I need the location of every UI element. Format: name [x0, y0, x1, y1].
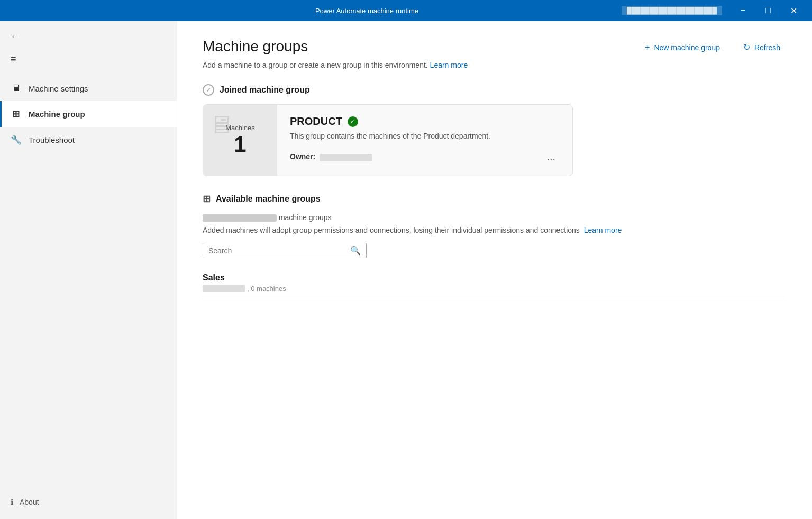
- sidebar-bottom: ℹ About: [0, 485, 177, 519]
- sidebar: ← ≡ 🖥 Machine settings ⊞ Machine group 🔧…: [0, 21, 177, 519]
- list-item[interactable]: Sales , 0 machines: [203, 267, 787, 299]
- plus-icon: +: [645, 43, 650, 52]
- group-meta: , 0 machines: [203, 285, 787, 293]
- about-button[interactable]: ℹ About: [11, 494, 166, 511]
- hamburger-icon: ≡: [11, 54, 16, 65]
- titlebar-user: ████████████████████: [622, 6, 722, 15]
- card-description: This group contains the machines of the …: [290, 132, 560, 140]
- page-header: Machine groups + New machine group ↻ Ref…: [203, 38, 787, 57]
- sidebar-nav: 🖥 Machine settings ⊞ Machine group 🔧 Tro…: [0, 76, 177, 485]
- card-owner-row: Owner: ...: [290, 149, 560, 165]
- sidebar-item-troubleshoot[interactable]: 🔧 Troubleshoot: [0, 127, 177, 153]
- joined-heading-label: Joined machine group: [220, 85, 310, 95]
- machines-count: 1: [234, 132, 246, 157]
- titlebar: Power Automate machine runtime █████████…: [0, 0, 812, 21]
- wrench-icon: 🔧: [11, 134, 21, 145]
- sidebar-item-label: Troubleshoot: [29, 135, 75, 144]
- header-actions: + New machine group ↻ Refresh: [638, 38, 787, 57]
- search-input[interactable]: [208, 247, 346, 255]
- monitor-icon: 🖥: [11, 83, 21, 94]
- titlebar-controls: − □ ✕: [731, 0, 806, 21]
- back-button[interactable]: ←: [0, 25, 177, 48]
- owner-label: Owner:: [290, 152, 315, 161]
- learn-more-link-available[interactable]: Learn more: [584, 226, 622, 234]
- card-left: 🖥 Machines 1: [203, 105, 277, 176]
- minimize-button[interactable]: −: [731, 0, 755, 21]
- available-count-blurred: [203, 214, 277, 222]
- card-right: PRODUCT ✓ This group contains the machin…: [277, 105, 572, 176]
- available-section: ⊞ Available machine groups machine group…: [203, 193, 787, 299]
- refresh-button[interactable]: ↻ Refresh: [737, 38, 787, 57]
- info-icon: ℹ: [11, 498, 13, 506]
- app-layout: ← ≡ 🖥 Machine settings ⊞ Machine group 🔧…: [0, 21, 812, 519]
- search-box: 🔍: [203, 243, 367, 258]
- joined-section-heading: ✓ Joined machine group: [203, 84, 787, 96]
- card-group-name: PRODUCT: [290, 115, 342, 128]
- page-subtitle: Add a machine to a group or create a new…: [203, 61, 787, 69]
- learn-more-link-main[interactable]: Learn more: [430, 61, 468, 69]
- status-dot-icon: ✓: [348, 116, 358, 127]
- available-machine-groups-label: machine groups: [279, 213, 332, 222]
- available-description: Added machines will adopt group permissi…: [203, 226, 787, 234]
- available-section-heading: ⊞ Available machine groups: [203, 193, 787, 205]
- close-button[interactable]: ✕: [781, 0, 806, 21]
- available-count-text: machine groups: [203, 213, 787, 222]
- card-title-row: PRODUCT ✓: [290, 115, 560, 128]
- machines-label: Machines: [225, 124, 255, 132]
- search-icon: 🔍: [350, 245, 361, 256]
- group-owner-blurred: [203, 285, 245, 292]
- new-machine-group-button[interactable]: + New machine group: [638, 39, 726, 57]
- new-machine-group-label: New machine group: [654, 43, 720, 52]
- check-circle-icon: ✓: [203, 84, 214, 96]
- card-owner: Owner:: [290, 152, 372, 161]
- available-section-icon: ⊞: [203, 193, 211, 205]
- page-title: Machine groups: [203, 38, 308, 55]
- group-name: Sales: [203, 273, 787, 283]
- maximize-button[interactable]: □: [756, 0, 780, 21]
- sidebar-item-label: Machine settings: [29, 84, 88, 93]
- sidebar-item-machine-settings[interactable]: 🖥 Machine settings: [0, 76, 177, 101]
- owner-name-blurred: [320, 154, 372, 161]
- titlebar-title: Power Automate machine runtime: [112, 7, 622, 15]
- card-menu-button[interactable]: ...: [542, 149, 560, 165]
- sidebar-item-machine-group[interactable]: ⊞ Machine group: [0, 101, 177, 127]
- group-machines-count: , 0 machines: [247, 285, 286, 293]
- about-label: About: [20, 498, 39, 506]
- refresh-icon: ↻: [743, 42, 750, 52]
- hamburger-button[interactable]: ≡: [0, 48, 177, 71]
- back-icon: ←: [11, 32, 19, 41]
- group-icon: ⊞: [11, 108, 21, 120]
- machine-group-card: 🖥 Machines 1 PRODUCT ✓ This group contai…: [203, 104, 573, 176]
- available-heading-label: Available machine groups: [216, 194, 321, 204]
- sidebar-item-label: Machine group: [29, 110, 85, 119]
- main-content: Machine groups + New machine group ↻ Ref…: [177, 21, 812, 519]
- refresh-label: Refresh: [754, 43, 780, 52]
